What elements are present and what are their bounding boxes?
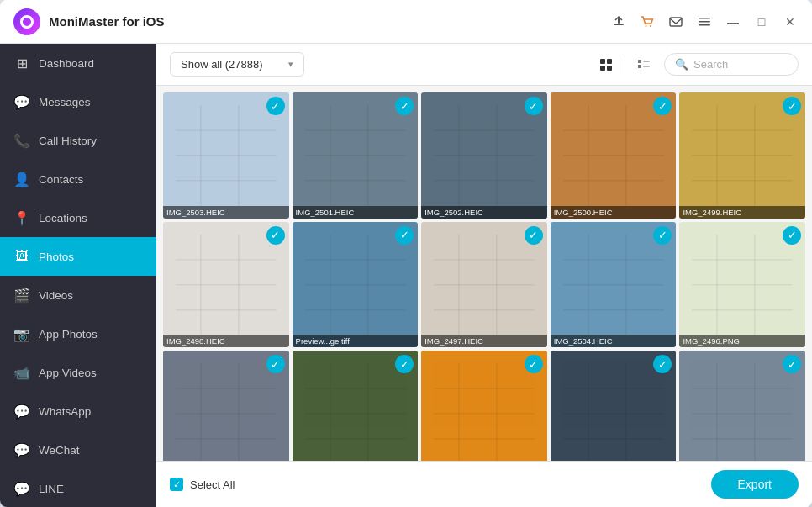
sidebar-item-label: LINE — [39, 483, 64, 495]
photo-label: IMG_2500.HEIC — [551, 206, 677, 219]
app-title: MoniMaster for iOS — [49, 14, 610, 29]
photo-check-icon: ✓ — [783, 97, 801, 115]
maximize-button[interactable]: □ — [753, 13, 770, 30]
videos-icon: 🎬 — [13, 287, 30, 304]
photo-cell[interactable]: ✓IMG_2499.HEIC — [679, 92, 805, 219]
photo-cell[interactable]: ✓IMG_2501.HEIC — [293, 92, 419, 219]
select-all-area[interactable]: ✓ Select All — [170, 478, 235, 491]
filter-dropdown[interactable]: Show all (27888) ▾ — [170, 52, 304, 77]
photos-icon: 🖼 — [13, 248, 30, 265]
sidebar-item-app-videos[interactable]: 📹 App Videos — [0, 353, 156, 392]
export-icon[interactable] — [610, 13, 627, 30]
photo-check-icon: ✓ — [266, 226, 285, 245]
photo-label: IMG_2503.HEIC — [163, 206, 289, 219]
sidebar-item-locations[interactable]: 📍 Locations — [0, 198, 156, 237]
chevron-down-icon: ▾ — [288, 59, 293, 70]
app-body: ⊞ Dashboard 💬 Messages 📞 Call History 👤 … — [0, 44, 812, 507]
photo-label: IMG_2502.HEIC — [421, 206, 547, 219]
photo-check-icon: ✓ — [525, 355, 543, 373]
photo-cell[interactable]: ✓IMG_2495.HEIC — [163, 351, 289, 461]
title-bar: MoniMaster for iOS — [0, 0, 812, 44]
photo-cell[interactable]: ✓IMG_2504.HEIC — [551, 222, 677, 348]
sidebar-item-contacts[interactable]: 👤 Contacts — [0, 160, 156, 198]
svg-rect-14 — [638, 65, 641, 68]
grid-view-button[interactable] — [594, 53, 618, 77]
svg-rect-13 — [643, 61, 650, 62]
svg-rect-8 — [600, 59, 605, 64]
app-photos-icon: 📷 — [13, 325, 30, 342]
svg-point-2 — [646, 25, 647, 27]
sidebar-item-wechat[interactable]: 💬 WeChat — [0, 430, 156, 469]
photo-check-icon: ✓ — [525, 226, 543, 245]
close-button[interactable]: ✕ — [782, 13, 799, 30]
search-input[interactable] — [693, 58, 788, 71]
sidebar-item-line[interactable]: 💬 LINE — [0, 469, 156, 507]
search-box: 🔍 — [664, 53, 799, 76]
sidebar-item-whatsapp[interactable]: 💬 WhatsApp — [0, 392, 156, 430]
sidebar-item-label: App Videos — [39, 367, 97, 379]
sidebar-item-label: Messages — [39, 96, 91, 108]
app-window: MoniMaster for iOS — [0, 0, 812, 507]
sidebar-item-photos[interactable]: 🖼 Photos — [0, 237, 156, 276]
svg-rect-11 — [607, 66, 612, 71]
photo-grid-area: ✓IMG_2503.HEIC✓IMG_2501.HEIC✓IMG_2502.HE… — [156, 86, 812, 461]
photo-label: IMG_2499.HEIC — [679, 206, 805, 219]
main-content: Show all (27888) ▾ — [156, 44, 812, 507]
mail-icon[interactable] — [667, 13, 684, 30]
photo-cell[interactable]: ✓IMG_2491.HEIC — [679, 351, 805, 461]
sidebar-item-label: App Photos — [39, 328, 98, 341]
sidebar-item-call-history[interactable]: 📞 Call History — [0, 121, 156, 160]
photo-cell[interactable]: ✓IMG_2494.PNG — [293, 351, 419, 461]
sidebar-item-label: WhatsApp — [39, 405, 91, 418]
photo-check-icon: ✓ — [783, 226, 801, 245]
list-view-button[interactable] — [632, 53, 656, 77]
photo-label: Preview...ge.tiff — [293, 335, 419, 347]
svg-rect-12 — [638, 60, 641, 63]
call-history-icon: 📞 — [13, 132, 30, 149]
photo-check-icon: ✓ — [653, 226, 672, 245]
sidebar-item-dashboard[interactable]: ⊞ Dashboard — [0, 44, 156, 82]
sidebar-item-app-photos[interactable]: 📷 App Photos — [0, 314, 156, 353]
sidebar-item-label: Photos — [39, 251, 74, 263]
photo-label: IMG_2497.HEIC — [421, 335, 547, 347]
sidebar-item-label: Call History — [39, 135, 97, 147]
svg-rect-5 — [699, 18, 710, 19]
sidebar-item-videos[interactable]: 🎬 Videos — [0, 276, 156, 314]
photo-cell[interactable]: ✓IMG_2493.PNG — [421, 351, 547, 461]
photo-cell[interactable]: ✓IMG_2492.HEIC — [551, 351, 677, 461]
title-bar-actions: — □ ✕ — [610, 13, 799, 30]
photo-cell[interactable]: ✓Preview...ge.tiff — [293, 222, 419, 348]
photo-cell[interactable]: ✓IMG_2497.HEIC — [421, 222, 547, 348]
svg-rect-7 — [699, 24, 710, 26]
sidebar-item-label: Contacts — [39, 173, 83, 186]
photo-cell[interactable]: ✓IMG_2496.PNG — [679, 222, 805, 348]
photo-check-icon: ✓ — [266, 355, 285, 373]
cart-icon[interactable] — [639, 13, 656, 30]
photo-cell[interactable]: ✓IMG_2502.HEIC — [421, 92, 547, 219]
photo-cell[interactable]: ✓IMG_2500.HEIC — [551, 92, 677, 219]
sidebar-item-label: Dashboard — [39, 57, 94, 70]
svg-rect-4 — [670, 18, 682, 26]
photo-cell[interactable]: ✓IMG_2503.HEIC — [163, 92, 289, 219]
minimize-button[interactable]: — — [725, 13, 741, 30]
export-button[interactable]: Export — [711, 470, 799, 499]
select-all-checkbox[interactable]: ✓ — [170, 478, 183, 491]
sidebar-item-messages[interactable]: 💬 Messages — [0, 82, 156, 121]
sidebar: ⊞ Dashboard 💬 Messages 📞 Call History 👤 … — [0, 44, 156, 507]
svg-rect-0 — [614, 24, 624, 25]
search-icon: 🔍 — [675, 58, 688, 71]
svg-rect-9 — [607, 59, 612, 64]
photo-check-icon: ✓ — [395, 226, 414, 245]
line-icon: 💬 — [13, 480, 30, 497]
svg-rect-10 — [600, 66, 605, 71]
dashboard-icon: ⊞ — [13, 55, 30, 71]
photo-label: IMG_2504.HEIC — [551, 335, 677, 347]
view-toggle — [594, 53, 656, 77]
app-logo — [13, 8, 40, 35]
messages-icon: 💬 — [13, 93, 30, 110]
photo-cell[interactable]: ✓IMG_2498.HEIC — [163, 222, 289, 348]
bottom-bar: ✓ Select All Export — [156, 461, 812, 507]
menu-icon[interactable] — [696, 13, 713, 30]
locations-icon: 📍 — [13, 209, 30, 226]
photo-label: IMG_2496.PNG — [679, 335, 805, 347]
